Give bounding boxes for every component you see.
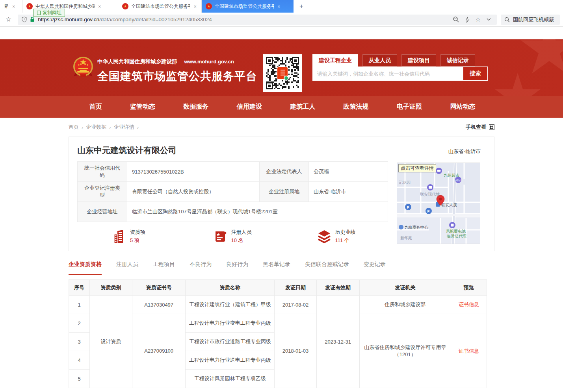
- nav-workers[interactable]: 建筑工人: [290, 103, 315, 111]
- tab-good-behavior[interactable]: 良好行为: [226, 261, 248, 275]
- breadcrumb: 首页 › 企业数据 › 企业详情 › 手机查看: [69, 118, 494, 137]
- tab-bar: 界 × ★ 中华人民共和国住房和城乡建设 × ★ 全国建筑市场监管公共服务平台 …: [0, 0, 563, 13]
- info-label: 统一社会信用代码: [78, 162, 127, 182]
- copy-icon: [37, 11, 41, 15]
- flag-star-decoration: [520, 39, 563, 79]
- browser-tab-1[interactable]: 界 ×: [0, 0, 22, 13]
- col-header: 发证机关: [359, 280, 451, 296]
- url-host: https://jzsc.mohurd.gov.cn: [38, 17, 99, 22]
- info-value-credit-code: 91371302675501022B: [127, 162, 260, 182]
- search-category-tabs: 建设工程企业 从业人员 建设项目 诚信记录: [312, 54, 488, 67]
- nav-supervision[interactable]: 监管动态: [130, 103, 155, 111]
- cell-seq: 1: [69, 296, 90, 314]
- close-icon[interactable]: ×: [11, 4, 16, 9]
- flag-star-decoration: [494, 73, 541, 96]
- certificate-info-link[interactable]: 证书信息: [451, 296, 487, 314]
- url-path: /data/company/detail?id=0021052912405330…: [99, 17, 212, 22]
- certificate-icon: [214, 230, 227, 243]
- site-header: 中华人民共和国住房和城乡建设部 www.mohurd.gov.cn 全国建筑市场…: [0, 39, 563, 96]
- cell-issue-date: 2017-08-02: [275, 296, 316, 314]
- cell-seq: 3: [69, 333, 90, 351]
- mobile-view[interactable]: 手机查看: [466, 124, 494, 131]
- col-header: 资质类别: [90, 280, 132, 296]
- browser-tab-3[interactable]: ★ 全国建筑市场监管公共服务平台 ×: [118, 0, 202, 13]
- search-tab-personnel[interactable]: 从业人员: [362, 54, 397, 67]
- stat-qualifications[interactable]: 资质项 5 项: [77, 229, 181, 244]
- company-info-table: 统一社会信用代码 91371302675501022B 企业法定代表人 公茂福 …: [77, 161, 388, 222]
- stat-history-performance[interactable]: 历史业绩 111 个: [284, 229, 388, 244]
- certificate-info-link[interactable]: 证书信息: [451, 314, 487, 388]
- tab-change-records[interactable]: 变更记录: [364, 261, 386, 275]
- close-icon[interactable]: ×: [97, 4, 102, 9]
- cell-cert-no: A237009100: [132, 314, 186, 388]
- tab-blacklist[interactable]: 黑名单记录: [263, 261, 290, 275]
- search-tab-credit[interactable]: 诚信记录: [440, 54, 475, 67]
- browser-tab-active[interactable]: ★ 全国建筑市场监管公共服务平台 ×: [202, 0, 294, 13]
- nav-policy[interactable]: 政策法规: [344, 103, 369, 111]
- stat-value: 111 个: [335, 237, 356, 244]
- breadcrumb-enterprise-data[interactable]: 企业数据: [86, 124, 106, 131]
- keyword-search-input[interactable]: [312, 67, 463, 81]
- map-label: 风帆蓄电池: [446, 229, 466, 233]
- url-field[interactable]: https://jzsc.mohurd.gov.cn/data/company/…: [18, 15, 497, 25]
- cell-seq: 5: [69, 370, 90, 388]
- zoom-out-icon[interactable]: [453, 16, 459, 23]
- tab-registered-personnel[interactable]: 注册人员: [116, 261, 138, 275]
- breadcrumb-enterprise-detail[interactable]: 企业详情: [114, 124, 134, 131]
- search-button[interactable]: 搜索: [463, 67, 488, 81]
- tab-qualifications[interactable]: 企业资质资格: [69, 261, 102, 275]
- shield-icon: [22, 17, 27, 22]
- map-label: 联安大厦: [441, 203, 457, 207]
- ministry-url: www.mohurd.gov.cn: [184, 59, 234, 65]
- favorite-star-icon[interactable]: ☆: [476, 16, 481, 23]
- stat-label: 历史业绩: [335, 229, 356, 236]
- col-header: 序号: [69, 280, 90, 296]
- cell-validity: 2023-12-31: [316, 296, 359, 388]
- tab-projects[interactable]: 工程项目: [153, 261, 175, 275]
- nav-e-license[interactable]: 电子证照: [397, 103, 422, 111]
- table-row: 1 设计资质 A137030497 工程设计建筑行业（建筑工程）甲级 2017-…: [69, 296, 487, 314]
- chevron-down-icon[interactable]: [486, 18, 491, 21]
- url-actions: ☆: [453, 16, 493, 23]
- quick-search-box[interactable]: 国航回应飞机颠簸: [501, 15, 560, 25]
- info-label: 企业登记注册类型: [78, 182, 127, 202]
- close-icon[interactable]: ×: [193, 4, 197, 9]
- bookmark-star-icon[interactable]: ☆: [3, 15, 14, 24]
- close-icon[interactable]: ×: [277, 4, 281, 9]
- search-tab-project[interactable]: 建设项目: [401, 54, 436, 67]
- main-nav: 首页 监管动态 数据服务 信用建设 建筑工人 政策法规 电子证照 网站动态: [0, 96, 563, 118]
- cell-authority: 住房和城乡建设部: [359, 296, 451, 314]
- stat-registered-personnel[interactable]: 注册人员 10 名: [181, 229, 284, 244]
- stat-label: 注册人员: [231, 229, 252, 236]
- breadcrumb-home[interactable]: 首页: [69, 124, 79, 131]
- info-value-reg-type: 有限责任公司（自然人投资或控股）: [127, 182, 260, 202]
- info-label: 企业法定代表人: [260, 162, 309, 182]
- site-title: 全国建筑市场监管公共服务平台: [97, 69, 257, 84]
- lightning-icon[interactable]: [465, 17, 470, 23]
- stat-value: 10 名: [231, 237, 252, 244]
- col-header: 预览: [451, 280, 487, 296]
- search-tab-enterprise[interactable]: 建设工程企业: [312, 54, 358, 67]
- col-header: 资质名称: [186, 280, 275, 296]
- cell-seq: 4: [69, 351, 90, 370]
- tab-label: 全国建筑市场监管公共服务平台: [215, 3, 274, 10]
- stat-label: 资质项: [130, 229, 145, 236]
- nav-site-news[interactable]: 网站动态: [450, 103, 475, 111]
- tab-bad-behavior[interactable]: 不良行为: [190, 261, 212, 275]
- url-text[interactable]: https://jzsc.mohurd.gov.cn/data/company/…: [38, 17, 449, 22]
- nav-credit[interactable]: 信用建设: [237, 103, 262, 111]
- nav-home[interactable]: 首页: [89, 103, 102, 111]
- tab-dishonesty[interactable]: 失信联合惩戒记录: [305, 261, 349, 275]
- cell-seq: 2: [69, 314, 90, 333]
- layers-icon: [317, 230, 331, 243]
- breadcrumb-separator: ›: [109, 124, 111, 130]
- qr-code-icon: [489, 124, 494, 130]
- nav-data-service[interactable]: 数据服务: [183, 103, 208, 111]
- location-map[interactable]: 点击可查看详情 九州超市 ATM 记花园: [397, 163, 480, 244]
- parking-icon: P: [407, 205, 409, 209]
- info-label: 企业注册属地: [260, 182, 309, 202]
- new-tab-button[interactable]: +: [294, 0, 309, 13]
- stats-row: 资质项 5 项 注册人员 10 名: [77, 229, 388, 244]
- cell-cert-no: A137030497: [132, 296, 186, 314]
- copy-url-tooltip: 复制网址: [33, 9, 65, 17]
